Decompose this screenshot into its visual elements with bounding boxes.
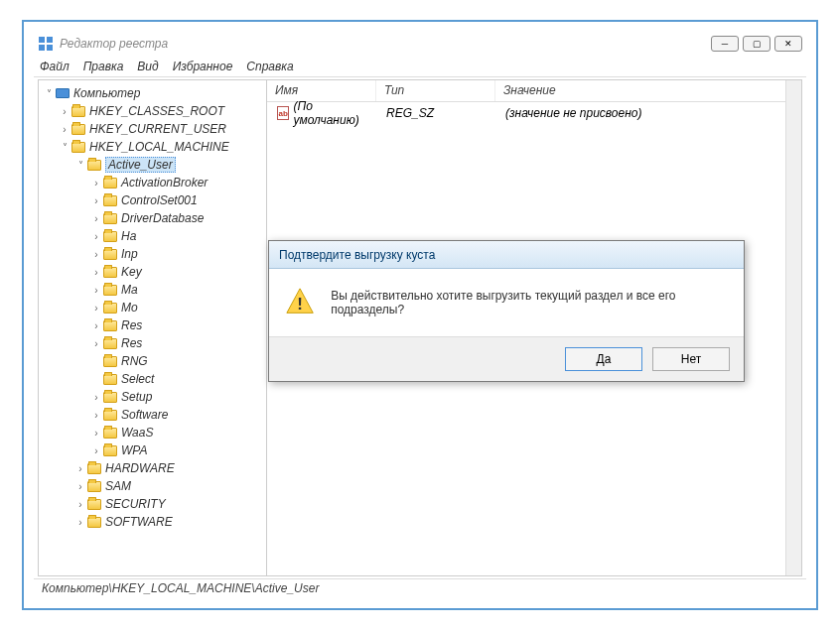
svg-text:!: ! xyxy=(297,295,303,314)
tree-node-active-user[interactable]: ˅Active_User xyxy=(39,156,266,174)
chevron-right-icon[interactable]: › xyxy=(90,428,102,439)
chevron-right-icon[interactable]: › xyxy=(90,410,102,421)
no-button[interactable]: Нет xyxy=(652,347,730,371)
col-header-name[interactable]: Имя xyxy=(267,80,376,101)
tree-node[interactable]: ›Res xyxy=(39,316,266,334)
dialog-body: ! Вы действительно хотите выгрузить теку… xyxy=(269,269,744,336)
col-header-type[interactable]: Тип xyxy=(376,80,495,101)
menu-edit[interactable]: Правка xyxy=(83,60,124,73)
menubar: Файл Правка Вид Избранное Справка xyxy=(34,56,806,77)
chevron-down-icon[interactable]: ˅ xyxy=(43,88,55,99)
tree-node-hardware[interactable]: ›HARDWARE xyxy=(39,459,266,477)
folder-icon xyxy=(86,497,102,511)
svg-rect-2 xyxy=(39,45,45,51)
folder-icon xyxy=(102,443,118,457)
svg-rect-0 xyxy=(39,37,45,43)
chevron-right-icon[interactable]: › xyxy=(74,517,86,528)
tree-node[interactable]: ›Key xyxy=(39,263,266,281)
svg-rect-3 xyxy=(47,45,53,51)
tree-node[interactable]: ›Inp xyxy=(39,245,266,263)
statusbar: Компьютер\HKEY_LOCAL_MACHINE\Active_User xyxy=(34,578,806,598)
chevron-right-icon[interactable]: › xyxy=(90,267,102,278)
folder-icon xyxy=(102,318,118,332)
list-row[interactable]: ab(По умолчанию) REG_SZ (значение не при… xyxy=(269,104,799,122)
dialog-title: Подтвердите выгрузку куста xyxy=(269,241,744,269)
tree-node[interactable]: ›DriverDatabase xyxy=(39,209,266,227)
dialog-message: Вы действительно хотите выгрузить текущи… xyxy=(331,289,728,316)
tree-node-hkcu[interactable]: ›HKEY_CURRENT_USER xyxy=(39,120,266,138)
folder-icon xyxy=(102,354,118,368)
folder-icon xyxy=(102,336,118,350)
folder-icon xyxy=(86,515,102,529)
chevron-right-icon[interactable]: › xyxy=(90,178,102,189)
tree-node[interactable]: ›Software xyxy=(39,406,266,424)
folder-icon xyxy=(70,140,86,154)
folder-icon xyxy=(102,283,118,297)
minimize-button[interactable]: ─ xyxy=(711,36,739,52)
tree-node[interactable]: ›Res xyxy=(39,334,266,352)
window-controls: ─ ▢ ✕ xyxy=(711,36,802,52)
folder-icon xyxy=(86,158,102,172)
chevron-right-icon[interactable]: › xyxy=(90,231,102,242)
chevron-right-icon[interactable]: › xyxy=(74,499,86,510)
tree-node-sam[interactable]: ›SAM xyxy=(39,477,266,495)
tree-node[interactable]: ›ActivationBroker xyxy=(39,174,266,191)
titlebar: Редактор реестра ─ ▢ ✕ xyxy=(34,32,806,56)
chevron-down-icon[interactable]: ˅ xyxy=(59,142,70,153)
col-header-value[interactable]: Значение xyxy=(495,80,801,101)
tree-pane[interactable]: ˅ Компьютер ›HKEY_CLASSES_ROOT ›HKEY_CUR… xyxy=(39,80,267,575)
folder-icon xyxy=(102,408,118,422)
tree-node[interactable]: ›Setup xyxy=(39,388,266,406)
tree-node-hkcr[interactable]: ›HKEY_CLASSES_ROOT xyxy=(39,102,266,120)
chevron-right-icon[interactable]: › xyxy=(90,213,102,224)
tree-node[interactable]: ›Ma xyxy=(39,281,266,299)
folder-icon xyxy=(102,265,118,279)
tree-node[interactable]: Select xyxy=(39,370,266,388)
chevron-right-icon[interactable]: › xyxy=(59,106,70,117)
folder-icon xyxy=(102,372,118,386)
menu-file[interactable]: Файл xyxy=(40,60,70,73)
folder-icon xyxy=(102,390,118,404)
chevron-right-icon[interactable]: › xyxy=(90,285,102,296)
string-value-icon: ab xyxy=(277,106,289,120)
tree-node-computer[interactable]: ˅ Компьютер xyxy=(39,84,266,102)
chevron-right-icon[interactable]: › xyxy=(90,249,102,260)
menu-favorites[interactable]: Избранное xyxy=(173,60,233,73)
chevron-right-icon[interactable]: › xyxy=(90,195,102,206)
chevron-down-icon[interactable]: ˅ xyxy=(74,160,86,171)
chevron-right-icon[interactable]: › xyxy=(90,392,102,403)
folder-icon xyxy=(70,104,86,118)
vertical-scrollbar[interactable] xyxy=(785,80,801,575)
tree-node[interactable]: ›WaaS xyxy=(39,424,266,441)
chevron-right-icon[interactable]: › xyxy=(90,303,102,314)
folder-icon xyxy=(86,461,102,475)
tree-node-software[interactable]: ›SOFTWARE xyxy=(39,513,266,531)
chevron-right-icon[interactable]: › xyxy=(90,338,102,349)
chevron-right-icon[interactable]: › xyxy=(90,445,102,456)
folder-icon xyxy=(102,229,118,243)
close-button[interactable]: ✕ xyxy=(774,36,802,52)
menu-help[interactable]: Справка xyxy=(246,60,293,73)
tree-node[interactable]: ›WPA xyxy=(39,441,266,459)
folder-icon xyxy=(102,426,118,440)
yes-button[interactable]: Да xyxy=(565,347,642,371)
tree-node-security[interactable]: ›SECURITY xyxy=(39,495,266,513)
chevron-right-icon[interactable]: › xyxy=(59,124,70,135)
tree-node[interactable]: ›Ha xyxy=(39,227,266,245)
maximize-button[interactable]: ▢ xyxy=(743,36,770,52)
tree-node-hklm[interactable]: ˅HKEY_LOCAL_MACHINE xyxy=(39,138,266,156)
folder-icon xyxy=(102,247,118,261)
window-title: Редактор реестра xyxy=(60,37,711,51)
tree-node[interactable]: ›Mo xyxy=(39,299,266,316)
chevron-right-icon[interactable]: › xyxy=(90,320,102,331)
tree-node[interactable]: ›ControlSet001 xyxy=(39,191,266,209)
menu-view[interactable]: Вид xyxy=(137,60,158,73)
folder-icon xyxy=(102,301,118,315)
chevron-right-icon[interactable]: › xyxy=(74,463,86,474)
folder-icon xyxy=(102,176,118,189)
chevron-right-icon[interactable]: › xyxy=(74,481,86,492)
dialog-footer: Да Нет xyxy=(269,336,744,381)
tree-node[interactable]: RNG xyxy=(39,352,266,370)
app-icon xyxy=(38,36,54,52)
folder-icon xyxy=(102,211,118,225)
